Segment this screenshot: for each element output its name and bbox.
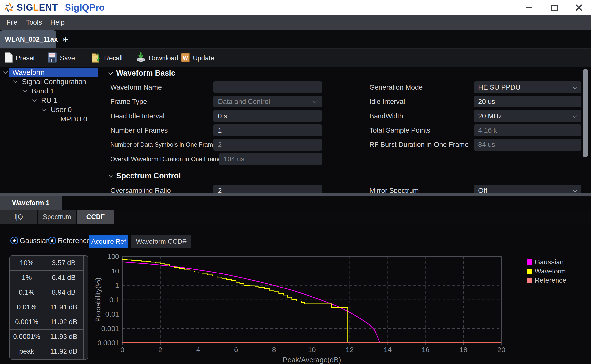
tree-item-band-1[interactable]: Band 1 <box>0 87 100 95</box>
ccdf-plot-svg: 024681012141618201001010.10.010.0010.000… <box>94 251 517 364</box>
horizontal-splitter[interactable] <box>0 193 591 196</box>
reference-radio[interactable] <box>48 237 56 244</box>
document-icon <box>4 52 13 64</box>
close-button[interactable] <box>570 0 588 15</box>
svg-text:0.0001: 0.0001 <box>97 339 119 347</box>
tree-item-signal-configuration[interactable]: Signal Configuration <box>0 77 100 86</box>
dropdown-bandwidth[interactable]: 20 MHz <box>474 110 581 122</box>
section-spectrum-control[interactable]: Spectrum Control <box>108 171 181 181</box>
input-total-sample-points: 4.16 k <box>474 124 581 136</box>
svg-text:0.01: 0.01 <box>105 310 119 318</box>
svg-text:12: 12 <box>346 346 354 354</box>
config-scrollbar[interactable] <box>583 69 588 157</box>
add-tab-button[interactable]: + <box>58 30 73 48</box>
dropdown-generation-mode[interactable]: HE SU PPDU <box>474 81 581 93</box>
input-idle-interval[interactable]: 20 us <box>474 96 581 107</box>
series-gaussian <box>122 262 380 343</box>
acquire-ref-button[interactable]: Acquire Ref <box>89 235 128 248</box>
field-label-mirror-spectrum: Mirror Spectrum <box>369 185 419 194</box>
download-icon <box>136 52 146 64</box>
stats-value-cell: 11.92 dB <box>44 315 84 329</box>
menu-accelerator: H <box>50 18 55 26</box>
legend-label: Reference <box>535 276 566 284</box>
waveform-config-panel: Waveform Basic Waveform NameFrame TypeDa… <box>100 67 591 194</box>
folder-recall-icon <box>91 52 101 64</box>
dropdown-mirror-spectrum[interactable]: Off <box>474 185 581 194</box>
maximize-button[interactable] <box>546 0 563 15</box>
menu-item-file[interactable]: File <box>4 17 19 27</box>
radio-dot <box>51 239 53 242</box>
reference-radio-label[interactable]: Reference <box>58 233 91 248</box>
tree-item-label: MPDU 0 <box>60 115 87 123</box>
section-title: Spectrum Control <box>116 171 181 180</box>
ccdf-mode-value: Waveform CCDF <box>136 235 186 248</box>
gaussian-radio-label[interactable]: Gaussian <box>20 233 50 248</box>
field-label-head-idle-interval: Head Idle Interval <box>110 110 164 122</box>
gaussian-radio[interactable] <box>10 237 18 244</box>
tree-expand-chevron-icon[interactable] <box>32 99 37 103</box>
view-tab-ccdf[interactable]: CCDF <box>77 210 114 224</box>
tab-waveform-1[interactable]: Waveform 1 <box>0 196 62 210</box>
stats-row: 1%6.41 dB <box>10 270 83 285</box>
stats-row: peak11.92 dB <box>10 344 83 359</box>
maximize-icon <box>551 5 558 11</box>
document-tab-bar: WLAN_802_11ax × + <box>0 30 591 48</box>
toolbar-button-label: Preset <box>16 54 35 62</box>
stats-percent-cell: 0.0001% <box>10 329 44 344</box>
field-label-waveform-name: Waveform Name <box>110 81 162 93</box>
tree-expand-chevron-icon[interactable] <box>13 80 18 85</box>
stats-value-cell: 11.92 dB <box>44 344 84 359</box>
stats-row: 10%3.57 dB <box>10 256 83 271</box>
minimize-button[interactable] <box>521 0 538 15</box>
tree-expand-chevron-icon[interactable] <box>41 108 47 113</box>
view-tab-spectrum[interactable]: Spectrum <box>38 210 76 224</box>
input-overall-waveform-duration-in-one-frame: 104 us <box>219 153 322 165</box>
tree-item-ru-1[interactable]: RU 1 <box>0 96 100 105</box>
ccdf-mode-select[interactable]: Waveform CCDF <box>131 235 191 248</box>
stats-percent-cell: 0.1% <box>10 285 44 300</box>
field-label-total-sample-points: Total Sample Points <box>369 124 430 136</box>
toolbar-button-download[interactable]: Download <box>136 49 178 67</box>
section-waveform-basic[interactable]: Waveform Basic <box>108 68 175 78</box>
toolbar-button-update[interactable]: WUpdate <box>181 49 214 67</box>
svg-text:20: 20 <box>497 346 505 354</box>
tab-label: WLAN_802_11ax <box>5 36 58 43</box>
menu-item-help[interactable]: Help <box>49 17 67 27</box>
toolbar-button-save[interactable]: Save <box>48 49 75 67</box>
tree-expand-chevron-icon[interactable] <box>22 89 28 94</box>
svg-text:18: 18 <box>460 346 467 354</box>
tab-wlan-802-11ax[interactable]: WLAN_802_11ax × <box>0 30 56 48</box>
svg-text:6: 6 <box>234 346 238 354</box>
view-tab-iq[interactable]: I|Q <box>0 210 37 224</box>
close-icon <box>575 4 582 11</box>
input-waveform-name[interactable] <box>213 81 322 93</box>
stats-value-cell: 8.94 dB <box>44 285 84 300</box>
stats-percent-cell: peak <box>10 344 44 359</box>
svg-text:14: 14 <box>384 346 392 354</box>
legend-swatch <box>527 278 532 283</box>
svg-text:1: 1 <box>115 281 119 289</box>
tree-item-user-0[interactable]: User 0 <box>0 105 100 114</box>
toolbar-button-recall[interactable]: Recall <box>91 49 123 67</box>
svg-text:W: W <box>183 55 188 61</box>
svg-text:10: 10 <box>111 267 119 275</box>
chevron-down-icon <box>313 99 317 103</box>
tree-expand-chevron-icon[interactable] <box>3 71 8 75</box>
input-number-of-frames[interactable]: 1 <box>213 124 322 136</box>
toolbar-button-preset[interactable]: Preset <box>4 49 35 67</box>
chevron-down-icon <box>573 113 577 118</box>
svg-text:Probability(%): Probability(%) <box>94 277 102 322</box>
legend-swatch <box>527 259 532 265</box>
tree-item-waveform[interactable]: Waveform <box>0 68 100 77</box>
input-head-idle-interval[interactable]: 0 s <box>213 110 322 122</box>
input-oversampling-ratio[interactable]: 2 <box>213 185 322 194</box>
svg-text:2: 2 <box>158 346 162 354</box>
stats-row: 0.0001%11.93 dB <box>10 329 83 344</box>
menu-accelerator: F <box>6 18 11 26</box>
legend-swatch <box>527 269 532 274</box>
tree-item-mpdu-0[interactable]: MPDU 0 <box>0 115 100 123</box>
svg-text:100: 100 <box>107 253 119 260</box>
app-name: SigIQPro <box>65 2 105 13</box>
menu-item-tools[interactable]: Tools <box>24 17 44 27</box>
chevron-down-icon <box>573 85 577 89</box>
